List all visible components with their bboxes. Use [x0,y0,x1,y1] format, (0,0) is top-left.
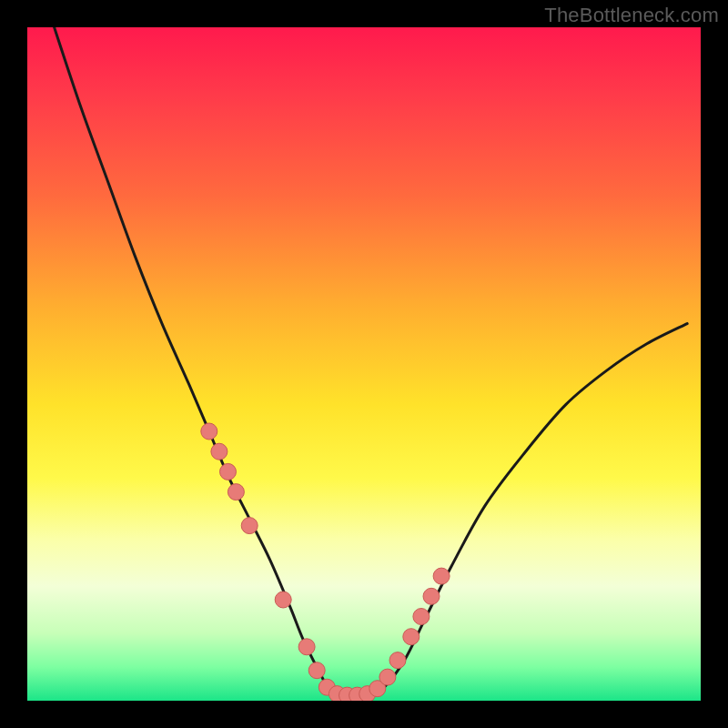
sample-dot [211,443,228,460]
bottleneck-curve [55,27,688,698]
sample-dot [241,518,258,534]
sample-dot [403,629,420,645]
sample-dot [228,484,244,500]
sample-dot [308,662,325,679]
attribution-text: TheBottleneck.com [544,4,719,27]
sample-dot [201,423,217,440]
sample-dot [379,669,396,685]
sample-dot [433,568,450,584]
sample-dot [389,652,406,669]
sample-dot [298,639,315,655]
sample-dot [275,592,291,608]
sample-dots-group [201,423,450,701]
sample-dot [413,609,430,625]
sample-dot [423,588,440,604]
sample-dot [220,463,237,480]
